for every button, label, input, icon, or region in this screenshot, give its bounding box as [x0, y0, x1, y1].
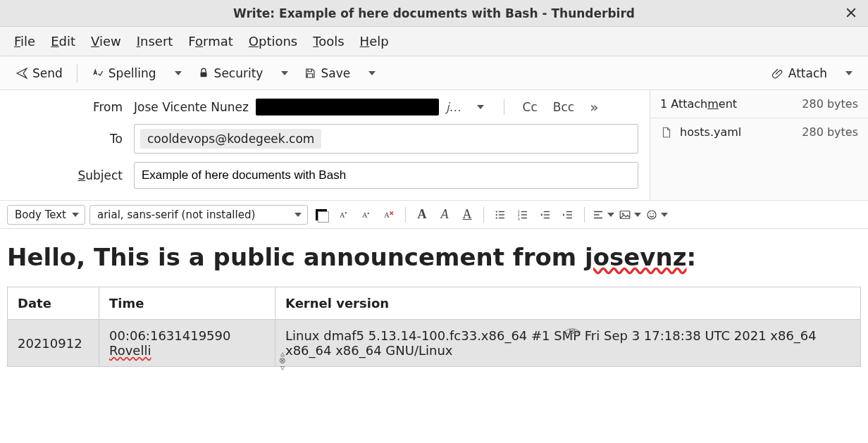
text-color-button[interactable]	[312, 206, 330, 224]
font-size-decrease-button[interactable]: A▾	[335, 206, 353, 224]
add-cc-button[interactable]: Cc	[519, 99, 542, 116]
save-dropdown[interactable]	[360, 68, 381, 78]
bold-button[interactable]: A	[413, 206, 431, 224]
window-titlebar: Write: Example of here documents with Ba…	[0, 0, 868, 27]
svg-text:▾: ▾	[345, 211, 347, 215]
save-button[interactable]: Save	[298, 63, 356, 83]
svg-point-33	[652, 213, 654, 214]
table-row-resize-handle[interactable]: ▵⊗▿	[278, 349, 287, 371]
attachment-item[interactable]: hosts.yaml 280 bytes	[650, 118, 868, 146]
svg-point-30	[622, 213, 624, 214]
send-button[interactable]: Send	[10, 63, 68, 83]
insert-emoji-button[interactable]	[645, 206, 668, 224]
svg-text:▴: ▴	[367, 210, 369, 214]
outdent-button[interactable]	[536, 206, 554, 224]
outdent-icon	[539, 208, 552, 221]
body-heading: Hello, This is a public announcement fro…	[7, 243, 861, 271]
send-icon	[16, 67, 28, 80]
menu-help[interactable]: Help	[360, 34, 389, 49]
chevron-down-icon	[281, 71, 288, 75]
numbered-list-button[interactable]: 123	[514, 206, 532, 224]
spelling-dropdown[interactable]	[166, 68, 187, 78]
table-column-resize-handle[interactable]: ◁⊗▷	[564, 326, 580, 336]
spellcheck-icon	[92, 67, 104, 80]
save-icon	[304, 67, 316, 80]
lock-icon	[197, 67, 210, 80]
italic-button[interactable]: A	[435, 206, 454, 224]
font-family-select[interactable]: arial, sans-serif (not installed)	[89, 205, 308, 225]
attachments-total-size: 280 bytes	[802, 97, 858, 111]
indent-icon	[562, 208, 574, 221]
align-left-icon	[592, 208, 604, 221]
from-identity-dropdown[interactable]	[469, 102, 490, 112]
table-header-row: Date Time Kernel version	[8, 287, 861, 320]
chevron-down-icon	[368, 71, 376, 75]
from-identity-abbrev: j…	[446, 100, 461, 114]
chevron-down-icon	[607, 213, 614, 217]
remove-formatting-button[interactable]: A	[380, 206, 398, 224]
font-size-increase-button[interactable]: A▴	[357, 206, 376, 224]
file-icon	[660, 126, 673, 139]
cell-time: 00:06:1631419590 Rovelli	[99, 320, 275, 367]
bullet-list-button[interactable]	[491, 206, 509, 224]
menu-insert[interactable]: Insert	[137, 34, 173, 49]
svg-point-31	[647, 211, 656, 219]
security-button[interactable]: Security	[192, 63, 269, 83]
attachments-pane: 1 Attachment 280 bytes hosts.yaml 280 by…	[650, 90, 868, 200]
align-button[interactable]	[592, 206, 614, 224]
subject-label: Subject	[0, 168, 134, 182]
font-smaller-icon: A▾	[337, 208, 350, 221]
svg-point-32	[650, 213, 651, 214]
color-swatch-icon	[316, 209, 327, 220]
underline-button[interactable]: A	[458, 206, 476, 224]
field-separator	[504, 99, 504, 115]
svg-point-10	[496, 217, 497, 218]
from-row: From Jose Vicente Nunez j… Cc Bcc »	[0, 99, 638, 116]
image-icon	[619, 208, 631, 221]
subject-row: Subject	[0, 162, 638, 189]
to-label: To	[0, 132, 134, 146]
message-body-editor[interactable]: Hello, This is a public announcement fro…	[0, 229, 868, 384]
insert-image-button[interactable]	[619, 206, 641, 224]
paragraph-style-select[interactable]: Body Text	[7, 205, 85, 225]
from-label: From	[0, 100, 134, 114]
spelling-button[interactable]: Spelling	[86, 63, 162, 83]
window-title: Write: Example of here documents with Ba…	[233, 6, 635, 20]
svg-rect-0	[200, 72, 206, 77]
indent-button[interactable]	[559, 206, 577, 224]
numbered-list-icon: 123	[516, 208, 529, 221]
cell-date: 20210912	[8, 320, 99, 367]
menu-tools[interactable]: Tools	[313, 34, 344, 49]
svg-point-8	[496, 211, 497, 212]
col-header-date: Date	[8, 287, 99, 320]
font-larger-icon: A▴	[360, 208, 373, 221]
add-bcc-button[interactable]: Bcc	[549, 99, 578, 116]
attachments-header[interactable]: 1 Attachment 280 bytes	[650, 90, 868, 118]
more-recipients-button[interactable]: »	[585, 99, 602, 116]
recipient-pill[interactable]: cooldevops@kodegeek.com	[140, 129, 321, 149]
chevron-down-icon	[634, 213, 641, 217]
subject-input[interactable]	[134, 162, 638, 189]
attach-dropdown[interactable]	[837, 68, 858, 78]
chevron-down-icon	[175, 71, 182, 75]
to-field[interactable]: cooldevops@kodegeek.com	[134, 124, 638, 154]
smiley-icon	[645, 208, 658, 221]
menu-format[interactable]: Format	[188, 34, 232, 49]
attach-button[interactable]: Attach	[766, 63, 833, 83]
svg-point-9	[496, 213, 497, 215]
toolbar-separator	[77, 64, 78, 82]
from-name: Jose Vicente Nunez	[134, 100, 249, 114]
menu-options[interactable]: Options	[249, 34, 297, 49]
menu-edit[interactable]: Edit	[51, 34, 75, 49]
security-dropdown[interactable]	[273, 68, 294, 78]
from-email-redacted	[256, 99, 439, 116]
bullet-list-icon	[494, 208, 507, 221]
window-close-button[interactable]	[843, 4, 860, 21]
svg-text:A: A	[384, 211, 390, 218]
menu-file[interactable]: File	[14, 34, 35, 49]
clear-format-icon: A	[383, 208, 395, 221]
chevron-down-icon	[477, 105, 484, 109]
menu-view[interactable]: View	[91, 34, 121, 49]
format-toolbar: Body Text arial, sans-serif (not install…	[0, 201, 868, 229]
attachment-size: 280 bytes	[802, 125, 858, 139]
